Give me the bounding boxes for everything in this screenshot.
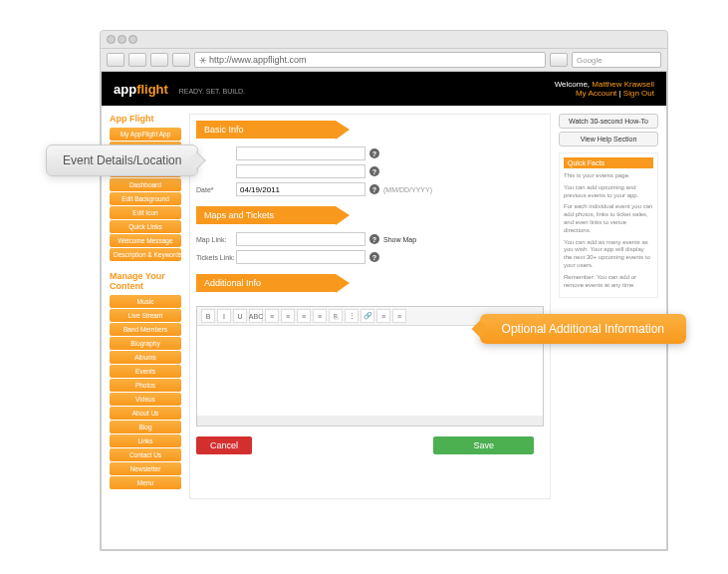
cancel-button[interactable]: Cancel <box>196 436 252 454</box>
sidebar-item[interactable]: Menu <box>110 476 181 489</box>
right-panel: Watch 30-second How-To View Help Section… <box>559 114 658 499</box>
account-area: Welcome, Matthew Krawsell My Account | S… <box>555 80 654 98</box>
sidebar-item[interactable]: Blog <box>110 421 181 433</box>
sidebar-item[interactable]: Newsletter <box>110 462 181 475</box>
view-help-button[interactable]: View Help Section <box>559 132 658 146</box>
browser-window: ⚹http://www.appflight.com Google appflig… <box>100 30 668 551</box>
map-link-input[interactable] <box>236 232 365 246</box>
page-content: appflight READY. SET. BUILD. Welcome, Ma… <box>101 72 667 550</box>
sidebar-item[interactable]: Welcome Message <box>110 234 181 247</box>
help-icon[interactable]: ? <box>369 252 379 262</box>
sidebar-item[interactable]: Edit Background <box>110 192 181 205</box>
sidebar-item[interactable]: Dashboard <box>110 178 181 191</box>
sidebar-item[interactable]: Band Members <box>110 323 181 336</box>
maps-tickets-header: Maps and Tickets <box>196 206 336 224</box>
search-bar[interactable]: Google <box>572 52 661 68</box>
editor-tool-button[interactable]: ≡ <box>265 309 279 323</box>
logo-area: appflight READY. SET. BUILD. <box>114 82 245 97</box>
editor-tool-button[interactable]: ≡ <box>281 309 295 323</box>
watch-howto-button[interactable]: Watch 30-second How-To <box>559 114 658 129</box>
url-bar[interactable]: ⚹http://www.appflight.com <box>194 52 546 68</box>
help-icon[interactable]: ? <box>369 166 379 176</box>
maximize-window-btn[interactable] <box>128 35 137 44</box>
date-hint: (MM/DD/YYYY) <box>383 186 432 193</box>
editor-tool-button[interactable]: ABC <box>249 309 263 323</box>
save-button[interactable]: Save <box>433 436 534 454</box>
help-icon[interactable]: ? <box>369 184 379 194</box>
search-placeholder: Google <box>577 56 603 65</box>
quick-facts-header: Quick Facts <box>564 157 653 168</box>
editor-tool-button[interactable]: I <box>217 309 231 323</box>
my-account-link[interactable]: My Account <box>576 89 616 98</box>
sidebar-section-content: Manage Your Content <box>110 271 181 291</box>
editor-footer <box>197 416 543 426</box>
quick-fact: You can add as many events as you wish. … <box>564 239 653 270</box>
quick-fact: For each individual event you can add ph… <box>564 203 653 234</box>
quick-facts-box: Quick Facts This is your events page. Yo… <box>559 152 658 298</box>
editor-tool-button[interactable]: U <box>233 309 247 323</box>
callout-event-details: Event Details/Location <box>46 144 198 176</box>
help-icon[interactable]: ? <box>369 148 379 158</box>
sidebar-item[interactable]: Photos <box>110 379 181 392</box>
help-icon[interactable]: ? <box>369 234 379 244</box>
sidebar-item[interactable]: Description & Keywords <box>110 248 181 261</box>
sign-out-link[interactable]: Sign Out <box>623 89 654 98</box>
show-map-link[interactable]: Show Map <box>383 236 416 243</box>
logo: appflight <box>114 82 168 97</box>
center-panel: Basic Info ? ? Date* ? (MM/DD/YYYY) <box>189 114 551 499</box>
tickets-link-label: Tickets Link: <box>196 254 236 261</box>
tagline: READY. SET. BUILD. <box>179 88 245 95</box>
home-button[interactable] <box>172 53 190 67</box>
sidebar-item[interactable]: Contact Us <box>110 448 181 461</box>
url-text: http://www.appflight.com <box>209 55 307 65</box>
minimize-window-btn[interactable] <box>118 35 126 44</box>
editor-tool-button[interactable]: ⎘ <box>329 309 343 323</box>
close-window-btn[interactable] <box>107 35 116 44</box>
editor-tool-button[interactable]: B <box>201 309 215 323</box>
tickets-link-input[interactable] <box>236 250 365 264</box>
refresh-button[interactable] <box>150 53 168 67</box>
sidebar-item[interactable]: Videos <box>110 393 181 406</box>
account-links: My Account | Sign Out <box>555 89 654 98</box>
quick-fact: You can add upcoming and previous events… <box>564 184 653 200</box>
map-link-label: Map Link: <box>196 236 236 243</box>
site-header: appflight READY. SET. BUILD. Welcome, Ma… <box>102 72 666 106</box>
editor-tool-button[interactable]: ≡ <box>376 309 390 323</box>
back-button[interactable] <box>107 53 124 67</box>
editor-tool-button[interactable]: ≡ <box>313 309 327 323</box>
date-label: Date* <box>196 186 236 193</box>
window-controls <box>101 31 667 49</box>
reload-button[interactable] <box>550 53 568 67</box>
sidebar-item[interactable]: Events <box>110 365 181 378</box>
sidebar-item[interactable]: Quick Links <box>110 220 181 233</box>
browser-toolbar: ⚹http://www.appflight.com Google <box>101 49 667 72</box>
editor-tool-button[interactable]: ⋮ <box>345 309 359 323</box>
additional-info-header: Additional Info <box>196 274 336 292</box>
sidebar-item[interactable]: My AppFlight App <box>110 128 181 141</box>
callout-additional-info: Optional Additional Information <box>480 314 686 344</box>
quick-fact: Remember: You can add or remove events a… <box>564 274 653 290</box>
action-buttons: Cancel Save <box>196 436 544 454</box>
editor-tool-button[interactable]: 🔗 <box>361 309 374 323</box>
date-input[interactable] <box>236 182 365 196</box>
sidebar-item[interactable]: Albums <box>110 351 181 364</box>
basic-info-header: Basic Info <box>196 121 336 139</box>
editor-tool-button[interactable]: ≡ <box>392 309 406 323</box>
editor-tool-button[interactable]: ≡ <box>297 309 311 323</box>
sidebar-item[interactable]: Edit Icon <box>110 206 181 219</box>
title-input[interactable] <box>236 146 365 160</box>
sidebar-item[interactable]: Links <box>110 434 181 447</box>
sidebar-item[interactable]: About Us <box>110 407 181 420</box>
quick-fact: This is your events page. <box>564 172 653 180</box>
sidebar-item[interactable]: Biography <box>110 337 181 350</box>
welcome-text: Welcome, Matthew Krawsell <box>555 80 654 89</box>
location-input[interactable] <box>236 164 365 178</box>
sidebar-section-appflight: App Flight <box>110 114 181 124</box>
sidebar-item[interactable]: Live Stream <box>110 309 181 322</box>
forward-button[interactable] <box>128 53 146 67</box>
sidebar-item[interactable]: Music <box>110 295 181 308</box>
